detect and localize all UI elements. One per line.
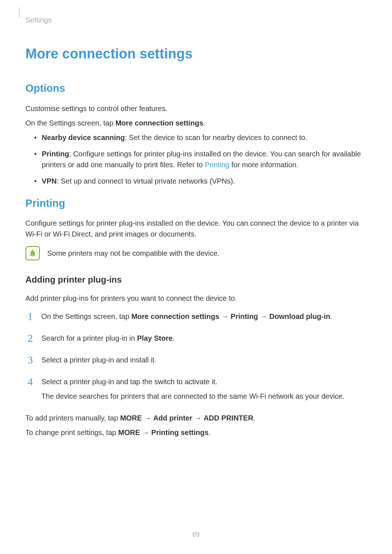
list-item: VPN: Set up and connect to virtual priva…	[25, 176, 367, 186]
page-content: Settings More connection settings Option…	[0, 0, 392, 452]
printing-link[interactable]: Printing	[205, 161, 229, 169]
item-bold: Nearby device scanning	[42, 134, 125, 141]
options-heading: Options	[25, 81, 367, 97]
arrow: →	[192, 414, 204, 422]
list-item: Printing: Configure settings for printer…	[25, 148, 367, 170]
step-pre: Select a printer plug-in and tap the swi…	[41, 378, 217, 386]
arrow: →	[142, 414, 153, 422]
step-bold: Printing	[230, 312, 258, 320]
steps-list: On the Settings screen, tap More connect…	[25, 311, 367, 402]
options-intro-2-pre: On the Settings screen, tap	[25, 119, 115, 127]
adding-heading: Adding printer plug-ins	[25, 273, 367, 286]
item-text: : Set the device to scan for nearby devi…	[125, 134, 307, 141]
item-bold: VPN	[42, 177, 57, 185]
step-item: On the Settings screen, tap More connect…	[25, 311, 367, 322]
change-bold: MORE	[118, 428, 140, 436]
item-text-post: for more information.	[229, 161, 298, 169]
item-bold: Printing	[42, 150, 69, 158]
item-text-pre: : Configure settings for printer plug-in…	[42, 150, 361, 169]
step-pre: On the Settings screen, tap	[41, 312, 131, 320]
bell-icon	[25, 246, 40, 260]
change-settings-text: To change print settings, tap MORE → Pri…	[25, 427, 367, 438]
step-item: Search for a printer plug-in in Play Sto…	[25, 333, 367, 344]
step-sub: The device searches for printers that ar…	[41, 391, 367, 402]
arrow: →	[140, 428, 151, 436]
change-post: .	[209, 428, 211, 436]
step-pre: Select a printer plug-in and install it.	[41, 356, 156, 364]
manual-pre: To add printers manually, tap	[25, 414, 120, 422]
note-box: Some printers may not be compatible with…	[25, 246, 367, 260]
manual-post: .	[253, 414, 256, 422]
change-pre: To change print settings, tap	[25, 428, 118, 436]
step-item: Select a printer plug-in and tap the swi…	[25, 376, 367, 402]
step-bold: Play Store	[137, 334, 172, 342]
arrow: →	[258, 312, 269, 320]
manual-bold: ADD PRINTER	[204, 414, 253, 422]
header-divider	[19, 7, 20, 17]
item-text: : Set up and connect to virtual private …	[57, 177, 235, 185]
manual-bold: MORE	[120, 414, 142, 422]
options-intro-2-post: .	[203, 119, 205, 127]
page-title: More connection settings	[25, 44, 367, 64]
change-bold: Printing settings	[151, 428, 209, 436]
note-text: Some printers may not be compatible with…	[47, 248, 220, 259]
options-intro-2: On the Settings screen, tap More connect…	[25, 118, 367, 128]
step-pre: Search for a printer plug-in in	[41, 334, 137, 342]
step-post: .	[172, 334, 175, 342]
manual-bold: Add printer	[153, 414, 192, 422]
page-number: 89	[0, 530, 392, 539]
step-bold: Download plug-in	[269, 312, 330, 320]
options-intro-1: Customise settings to control other feat…	[25, 103, 367, 114]
breadcrumb: Settings	[25, 15, 367, 25]
printing-heading: Printing	[25, 196, 367, 212]
manual-add-text: To add printers manually, tap MORE → Add…	[25, 413, 367, 423]
arrow: →	[219, 312, 230, 320]
step-post: .	[330, 312, 332, 320]
step-item: Select a printer plug-in and install it.	[25, 354, 367, 365]
list-item: Nearby device scanning: Set the device t…	[25, 132, 367, 143]
adding-intro: Add printer plug-ins for printers you wa…	[25, 293, 367, 304]
printing-intro: Configure settings for printer plug-ins …	[25, 218, 367, 239]
options-intro-2-bold: More connection settings	[115, 119, 203, 127]
step-bold: More connection settings	[131, 312, 219, 320]
options-list: Nearby device scanning: Set the device t…	[25, 132, 367, 186]
